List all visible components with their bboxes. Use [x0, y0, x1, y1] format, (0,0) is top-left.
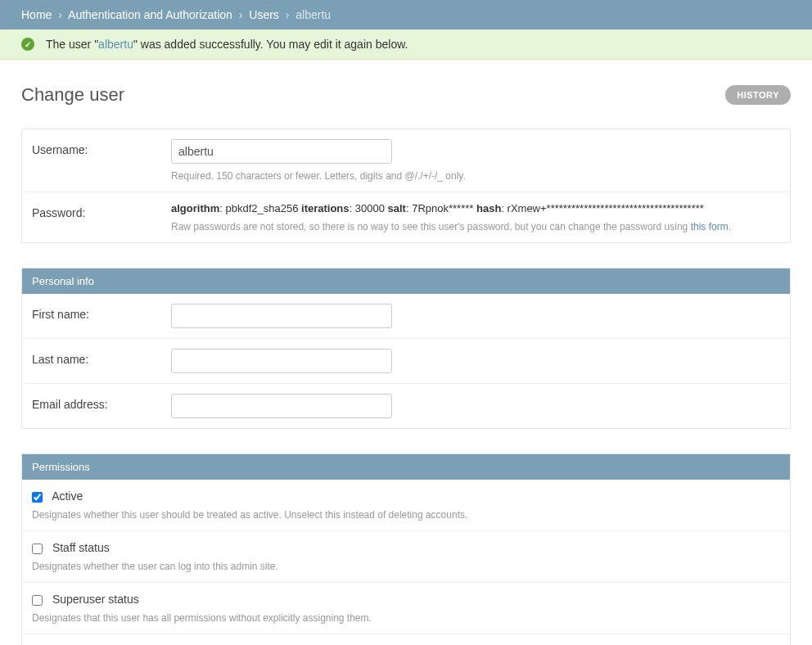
superuser-label[interactable]: Superuser status	[52, 593, 139, 606]
success-message: ✓ The user "albertu" was added successfu…	[0, 29, 812, 60]
pw-salt-label: salt	[388, 202, 406, 214]
row-active: Active Designates whether this user shou…	[22, 480, 790, 531]
personal-info-heading: Personal info	[22, 268, 790, 294]
row-first-name: First name:	[22, 294, 790, 339]
row-password: Password: algorithm: pbkdf2_sha256 itera…	[22, 192, 790, 242]
row-staff: Staff status Designates whether the user…	[22, 531, 790, 583]
breadcrumb-sep: ›	[286, 8, 290, 21]
message-post: " was added successfully. You may edit i…	[133, 38, 408, 51]
password-form-link[interactable]: this form	[691, 221, 729, 232]
module-permissions: Permissions Active Designates whether th…	[21, 453, 791, 645]
active-checkbox[interactable]	[32, 492, 43, 503]
pw-hash: rXmew+**********************************…	[508, 202, 704, 214]
page-title: Change user	[21, 84, 124, 106]
superuser-help: Designates that this user has all permis…	[32, 612, 780, 624]
last-name-label: Last name:	[32, 349, 171, 366]
row-username: Username: Required. 150 characters or fe…	[22, 129, 790, 192]
staff-label[interactable]: Staff status	[52, 541, 110, 554]
breadcrumb-users[interactable]: Users	[249, 8, 279, 21]
pw-salt: 7Rpnok******	[412, 202, 473, 214]
password-label: Password:	[32, 202, 171, 219]
superuser-checkbox[interactable]	[32, 595, 43, 606]
message-pre: The user "	[46, 38, 98, 51]
active-help: Designates whether this user should be t…	[32, 509, 780, 521]
breadcrumb-home[interactable]: Home	[21, 8, 52, 21]
row-last-name: Last name:	[22, 339, 790, 384]
username-label: Username:	[32, 139, 171, 156]
history-button[interactable]: HISTORY	[725, 85, 791, 105]
username-help: Required. 150 characters or fewer. Lette…	[171, 170, 780, 182]
permissions-heading: Permissions	[22, 454, 790, 480]
pw-algorithm: pbkdf2_sha256	[225, 202, 298, 214]
pw-iterations: 30000	[355, 202, 385, 214]
pw-help-pre: Raw passwords are not stored, so there i…	[171, 221, 691, 232]
pw-iterations-label: iterations	[301, 202, 350, 214]
breadcrumb: Home › Authentication and Authorization …	[0, 0, 812, 29]
active-label[interactable]: Active	[52, 489, 83, 503]
pw-algorithm-label: algorithm	[171, 202, 219, 214]
success-icon: ✓	[21, 38, 34, 51]
password-help: Raw passwords are not stored, so there i…	[171, 221, 780, 232]
password-info: algorithm: pbkdf2_sha256 iterations: 300…	[171, 202, 780, 214]
module-personal-info: Personal info First name: Last name: Ema…	[21, 268, 791, 429]
breadcrumb-sep: ›	[58, 8, 62, 21]
breadcrumb-auth[interactable]: Authentication and Authorization	[68, 8, 232, 21]
breadcrumb-current: albertu	[295, 8, 331, 21]
row-superuser: Superuser status Designates that this us…	[22, 583, 790, 634]
staff-help: Designates whether the user can log into…	[32, 561, 780, 572]
breadcrumb-sep: ›	[239, 8, 243, 21]
staff-checkbox[interactable]	[32, 544, 43, 554]
pw-help-post: .	[729, 221, 731, 232]
message-user-link[interactable]: albertu	[98, 38, 133, 51]
first-name-input[interactable]	[171, 304, 392, 328]
last-name-input[interactable]	[171, 349, 392, 373]
pw-hash-label: hash	[476, 202, 501, 214]
email-label: Email address:	[32, 394, 171, 411]
username-input[interactable]	[171, 139, 392, 164]
first-name-label: First name:	[32, 304, 171, 321]
row-email: Email address:	[22, 384, 790, 428]
groups-label: Groups:	[22, 634, 790, 645]
email-input[interactable]	[171, 394, 392, 418]
module-main: Username: Required. 150 characters or fe…	[21, 129, 791, 243]
